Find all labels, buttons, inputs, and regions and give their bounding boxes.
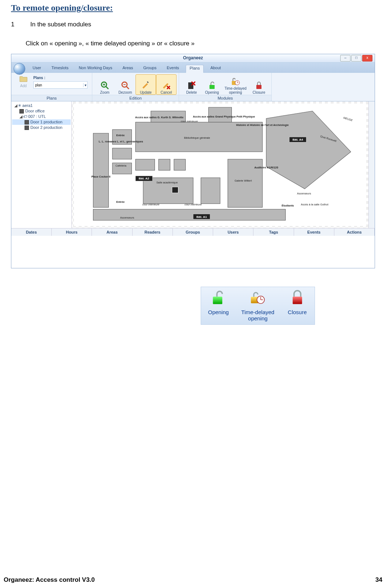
- vertical-scrollbar[interactable]: [368, 101, 375, 228]
- zoom-button[interactable]: Zoom: [94, 74, 115, 95]
- zoom-out-icon: [121, 81, 130, 90]
- ribbon-group-modules: Modules: [179, 95, 271, 101]
- svg-text:Bibliothèque générale: Bibliothèque générale: [184, 136, 210, 139]
- bottom-tab-areas[interactable]: Areas: [92, 228, 132, 236]
- tree-node-007[interactable]: ◢🏷 007 : UTL: [12, 114, 71, 119]
- delete-button[interactable]: Delete: [181, 74, 202, 95]
- bottom-tab-actions[interactable]: Actions: [334, 228, 375, 236]
- add-button[interactable]: Add: [14, 74, 33, 88]
- svg-text:Galerie Wittert: Galerie Wittert: [235, 179, 252, 182]
- tree-panel[interactable]: ◢✳ aera1 Door office ◢🏷 007 : UTL Door 1…: [11, 101, 72, 228]
- svg-text:cour intérieure: cour intérieure: [185, 203, 202, 206]
- svg-text:Salle académique: Salle académique: [156, 181, 178, 184]
- bottom-tab-dates[interactable]: Dates: [11, 228, 52, 236]
- svg-text:cour intérieure: cour intérieure: [142, 203, 160, 206]
- svg-rect-25: [136, 159, 155, 170]
- bottom-tab-events[interactable]: Events: [294, 228, 334, 236]
- svg-rect-17: [256, 85, 261, 89]
- svg-text:Accès aux salles Grand Physiqu: Accès aux salles Grand Physique Petit Ph…: [193, 115, 255, 119]
- floor-plan-map[interactable]: Bât. A2 Bât. A4 Bât. A1 Accès aux salles…: [74, 104, 366, 226]
- window-maximize-button[interactable]: □: [351, 55, 361, 62]
- svg-text:Place Cockerill: Place Cockerill: [91, 175, 110, 179]
- svg-text:Bât. A4: Bât. A4: [293, 138, 303, 141]
- svg-rect-20: [112, 148, 132, 159]
- tab-non-working-days[interactable]: Non Working Days: [75, 65, 116, 73]
- chevron-down-icon[interactable]: ▾: [83, 83, 87, 87]
- svg-rect-24: [209, 107, 232, 122]
- detail-time-delayed-button[interactable]: Time-delayed opening: [236, 287, 280, 324]
- ribbon-group-plans: Plans: [11, 95, 92, 101]
- tab-areas[interactable]: Areas: [119, 65, 137, 73]
- bottom-tab-users[interactable]: Users: [213, 228, 253, 236]
- svg-rect-18: [93, 133, 109, 207]
- tab-about[interactable]: About: [207, 65, 224, 73]
- plan-combobox[interactable]: ▾: [33, 81, 88, 89]
- modules-detail-strip: Opening Time-delayed opening Closure: [201, 287, 315, 325]
- svg-text:Accès aux salles G. Kurth S. W: Accès aux salles G. Kurth S. Wilmotte: [135, 116, 183, 119]
- section-heading: To remote opening/closure:: [11, 3, 375, 13]
- page-footer: Organeez: Access control V3.0 34: [0, 576, 386, 584]
- svg-line-1: [106, 86, 108, 89]
- detail-opening-button[interactable]: Opening: [201, 287, 236, 324]
- padlock-clock-icon: [250, 290, 266, 309]
- svg-text:MEUSE: MEUSE: [343, 116, 353, 122]
- footer-page-number: 34: [375, 576, 382, 584]
- pencil-cancel-icon: [162, 81, 171, 90]
- tab-groups[interactable]: Groups: [140, 65, 160, 73]
- svg-text:Bât. A2: Bât. A2: [139, 177, 149, 181]
- delete-icon: [187, 81, 196, 90]
- svg-rect-60: [172, 187, 178, 193]
- detail-closure-button[interactable]: Closure: [280, 287, 315, 324]
- ribbon: Add Plans : ▾ Plans Zoo: [11, 73, 375, 101]
- step-line: 1 In the subset modules: [11, 21, 375, 28]
- svg-text:cour intérieure: cour intérieure: [181, 120, 198, 123]
- svg-text:Étudiants: Étudiants: [282, 204, 294, 207]
- bottom-tabs: Dates Hours Areas Readers Groups Users T…: [11, 228, 375, 236]
- step-number: 1: [11, 21, 29, 28]
- svg-text:Histoire et Histoire de l'art : Histoire et Histoire de l'art et Archéol…: [236, 123, 289, 127]
- bottom-tab-hours[interactable]: Hours: [52, 228, 92, 236]
- tree-node-door-office[interactable]: Door office: [12, 108, 71, 114]
- plan-combobox-input[interactable]: [34, 83, 83, 87]
- svg-text:Cafétéria: Cafétéria: [115, 164, 126, 167]
- tab-user[interactable]: User: [29, 65, 45, 73]
- svg-rect-27: [174, 159, 186, 170]
- folder-icon: [19, 74, 28, 83]
- dezoom-button[interactable]: Dezoom: [115, 74, 136, 95]
- plans-label: Plans :: [33, 76, 88, 80]
- bottom-tab-groups[interactable]: Groups: [173, 228, 213, 236]
- svg-rect-26: [159, 159, 170, 170]
- tab-timeslots[interactable]: Timeslots: [48, 65, 72, 73]
- padlock-open-green-icon: [208, 81, 216, 90]
- tab-plans[interactable]: Plans: [186, 65, 204, 73]
- pencil-icon: [141, 81, 150, 90]
- update-button[interactable]: Update: [136, 74, 156, 95]
- window-close-button[interactable]: x: [362, 55, 372, 62]
- svg-text:Auditoire A1/R/120: Auditoire A1/R/120: [255, 166, 278, 169]
- ribbon-group-edition: Edition: [92, 95, 179, 101]
- organeez-app-window: Organeez – □ x User Timeslots Non Workin…: [11, 54, 375, 268]
- opening-button[interactable]: Opening: [202, 74, 222, 95]
- bottom-tab-tags[interactable]: Tags: [253, 228, 294, 236]
- app-menu-orb[interactable]: [14, 63, 25, 75]
- cancel-button[interactable]: Cancel: [156, 74, 177, 95]
- closure-button[interactable]: Closure: [249, 74, 269, 95]
- svg-rect-61: [213, 297, 223, 304]
- window-title: Organeez: [183, 55, 203, 60]
- instruction-text: Click on « opening », « time delayed ope…: [26, 40, 375, 47]
- svg-line-5: [126, 86, 129, 89]
- bottom-tab-readers[interactable]: Readers: [133, 228, 173, 236]
- time-delayed-opening-button[interactable]: Time-delayed opening: [222, 74, 249, 95]
- svg-text:Bât. A1: Bât. A1: [196, 215, 207, 219]
- tab-events[interactable]: Events: [163, 65, 183, 73]
- svg-marker-32: [266, 111, 351, 189]
- step-title: In the subset modules: [30, 21, 91, 28]
- tree-node-door-2[interactable]: Door 2 production: [12, 125, 71, 130]
- window-minimize-button[interactable]: –: [340, 55, 350, 62]
- svg-rect-66: [293, 297, 302, 304]
- svg-rect-29: [201, 178, 220, 204]
- tree-node-door-1[interactable]: Door 1 production: [12, 119, 71, 125]
- ribbon-tabs: User Timeslots Non Working Days Areas Gr…: [11, 63, 375, 73]
- tree-node-area[interactable]: ◢✳ aera1: [12, 103, 71, 108]
- svg-text:Ascenseurs: Ascenseurs: [120, 216, 134, 219]
